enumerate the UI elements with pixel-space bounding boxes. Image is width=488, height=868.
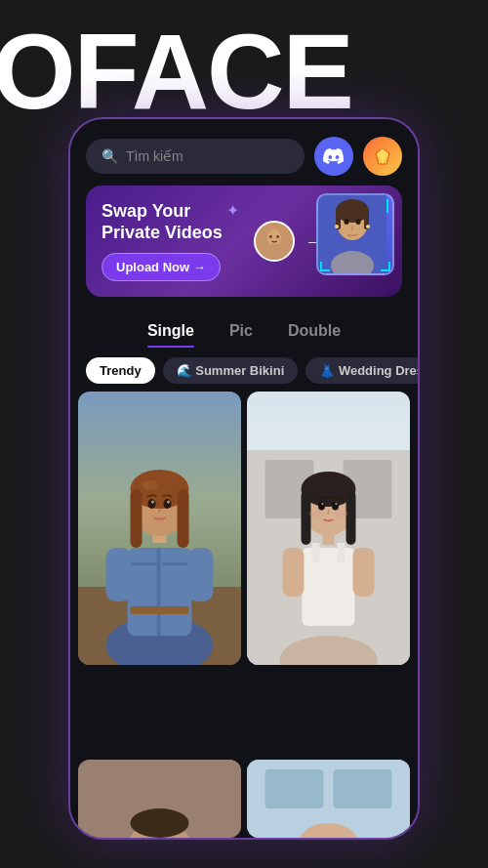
promo-banner: Swap YourPrivate Videos ✦ Upload Now → <box>86 186 402 297</box>
grid-item-3[interactable] <box>78 760 241 838</box>
svg-rect-25 <box>106 548 132 601</box>
svg-point-34 <box>151 501 154 504</box>
svg-point-33 <box>164 499 172 509</box>
phone-inner: 🔍 Tìm kiếm Swap YourPrivate Videos <box>70 119 418 838</box>
filter-chips-row: Trendy 🌊 Summer Bikini 👗 Wedding Dress B… <box>70 346 418 392</box>
svg-rect-31 <box>178 489 189 548</box>
filter-chip-summer-bikini[interactable]: 🌊 Summer Bikini <box>163 357 299 384</box>
svg-rect-44 <box>338 543 346 562</box>
search-placeholder: Tìm kiếm <box>126 148 183 164</box>
filter-chip-trendy[interactable]: Trendy <box>86 357 155 384</box>
svg-rect-30 <box>131 489 142 548</box>
banner-star-icon: ✦ <box>226 201 239 220</box>
svg-rect-22 <box>128 562 157 565</box>
svg-rect-46 <box>353 548 375 597</box>
discord-button[interactable] <box>314 137 353 176</box>
svg-rect-21 <box>157 548 161 636</box>
hero-title: OFACE <box>0 18 352 125</box>
svg-rect-51 <box>346 491 356 545</box>
svg-rect-62 <box>265 769 324 808</box>
gem-button[interactable] <box>363 137 402 176</box>
banner-title: Swap YourPrivate Videos <box>102 201 223 243</box>
svg-point-32 <box>148 499 156 509</box>
svg-point-54 <box>321 503 323 505</box>
tab-pic[interactable]: Pic <box>229 316 253 346</box>
grid-item-4[interactable] <box>247 760 410 838</box>
svg-rect-24 <box>131 606 189 614</box>
svg-point-52 <box>318 502 325 511</box>
tab-single[interactable]: Single <box>147 316 194 346</box>
grid-item-1[interactable] <box>78 392 241 665</box>
svg-rect-43 <box>312 543 320 562</box>
svg-rect-45 <box>283 548 305 597</box>
svg-point-36 <box>142 480 158 490</box>
phone-mockup: 🔍 Tìm kiếm Swap YourPrivate Videos <box>68 117 420 840</box>
svg-rect-26 <box>188 548 214 601</box>
svg-point-60 <box>131 808 189 838</box>
upload-now-button[interactable]: Upload Now → <box>102 253 221 281</box>
svg-point-35 <box>167 501 170 504</box>
content-grid-bottom <box>70 760 418 838</box>
search-bar[interactable]: 🔍 Tìm kiếm <box>86 139 305 174</box>
content-tabs: Single Pic Double <box>70 309 418 346</box>
banner-text: Swap YourPrivate Videos ✦ Upload Now → <box>102 201 386 281</box>
tab-double[interactable]: Double <box>288 316 341 346</box>
search-icon: 🔍 <box>102 148 118 164</box>
svg-point-55 <box>335 503 337 505</box>
svg-point-56 <box>309 510 323 517</box>
search-bar-row: 🔍 Tìm kiếm <box>70 119 418 186</box>
svg-point-57 <box>335 510 348 517</box>
grid-item-2[interactable] <box>247 392 410 665</box>
svg-rect-50 <box>302 491 311 545</box>
filter-chip-wedding-dress[interactable]: 👗 Wedding Dress <box>305 357 418 384</box>
svg-rect-63 <box>334 769 392 808</box>
svg-point-53 <box>332 502 339 511</box>
svg-rect-42 <box>303 548 355 626</box>
content-grid <box>70 392 418 760</box>
svg-rect-23 <box>163 562 192 565</box>
